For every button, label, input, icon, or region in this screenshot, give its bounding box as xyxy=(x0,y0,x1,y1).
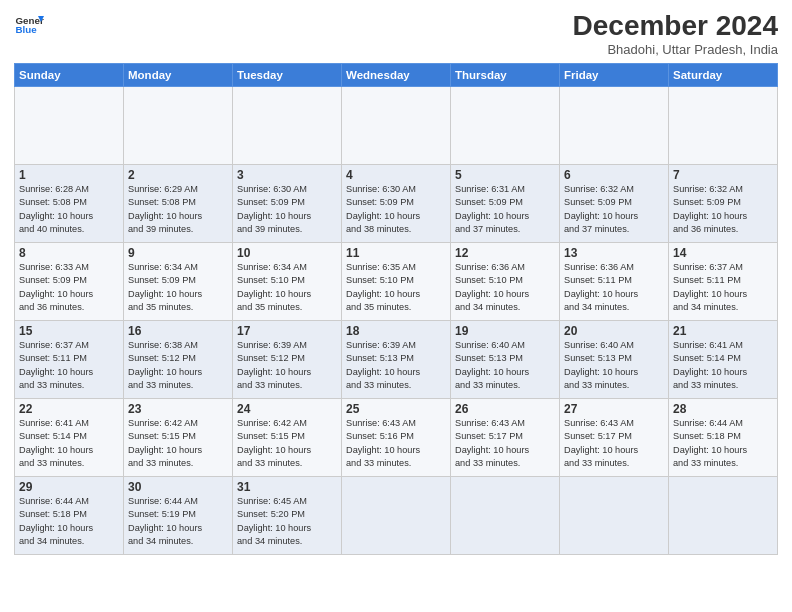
day-cell: 9Sunrise: 6:34 AMSunset: 5:09 PMDaylight… xyxy=(124,243,233,321)
day-number: 13 xyxy=(564,246,664,260)
day-number: 15 xyxy=(19,324,119,338)
day-cell: 18Sunrise: 6:39 AMSunset: 5:13 PMDayligh… xyxy=(342,321,451,399)
day-cell: 14Sunrise: 6:37 AMSunset: 5:11 PMDayligh… xyxy=(669,243,778,321)
week-row-4: 15Sunrise: 6:37 AMSunset: 5:11 PMDayligh… xyxy=(15,321,778,399)
day-info: Sunrise: 6:29 AMSunset: 5:08 PMDaylight:… xyxy=(128,183,228,236)
day-cell: 13Sunrise: 6:36 AMSunset: 5:11 PMDayligh… xyxy=(560,243,669,321)
day-cell: 31Sunrise: 6:45 AMSunset: 5:20 PMDayligh… xyxy=(233,477,342,555)
day-cell: 15Sunrise: 6:37 AMSunset: 5:11 PMDayligh… xyxy=(15,321,124,399)
day-info: Sunrise: 6:31 AMSunset: 5:09 PMDaylight:… xyxy=(455,183,555,236)
day-info: Sunrise: 6:28 AMSunset: 5:08 PMDaylight:… xyxy=(19,183,119,236)
day-info: Sunrise: 6:44 AMSunset: 5:18 PMDaylight:… xyxy=(19,495,119,548)
day-info: Sunrise: 6:40 AMSunset: 5:13 PMDaylight:… xyxy=(564,339,664,392)
day-number: 11 xyxy=(346,246,446,260)
main-title: December 2024 xyxy=(573,10,778,42)
day-info: Sunrise: 6:41 AMSunset: 5:14 PMDaylight:… xyxy=(19,417,119,470)
day-cell: 29Sunrise: 6:44 AMSunset: 5:18 PMDayligh… xyxy=(15,477,124,555)
day-info: Sunrise: 6:44 AMSunset: 5:19 PMDaylight:… xyxy=(128,495,228,548)
day-number: 19 xyxy=(455,324,555,338)
subtitle: Bhadohi, Uttar Pradesh, India xyxy=(573,42,778,57)
day-cell: 10Sunrise: 6:34 AMSunset: 5:10 PMDayligh… xyxy=(233,243,342,321)
day-cell: 22Sunrise: 6:41 AMSunset: 5:14 PMDayligh… xyxy=(15,399,124,477)
day-info: Sunrise: 6:41 AMSunset: 5:14 PMDaylight:… xyxy=(673,339,773,392)
day-cell: 24Sunrise: 6:42 AMSunset: 5:15 PMDayligh… xyxy=(233,399,342,477)
day-number: 27 xyxy=(564,402,664,416)
day-cell: 19Sunrise: 6:40 AMSunset: 5:13 PMDayligh… xyxy=(451,321,560,399)
day-cell xyxy=(560,477,669,555)
day-number: 26 xyxy=(455,402,555,416)
day-number: 17 xyxy=(237,324,337,338)
col-header-friday: Friday xyxy=(560,64,669,87)
day-info: Sunrise: 6:36 AMSunset: 5:11 PMDaylight:… xyxy=(564,261,664,314)
day-cell xyxy=(124,87,233,165)
day-number: 9 xyxy=(128,246,228,260)
day-cell xyxy=(560,87,669,165)
day-cell: 2Sunrise: 6:29 AMSunset: 5:08 PMDaylight… xyxy=(124,165,233,243)
day-cell: 25Sunrise: 6:43 AMSunset: 5:16 PMDayligh… xyxy=(342,399,451,477)
day-number: 8 xyxy=(19,246,119,260)
day-number: 5 xyxy=(455,168,555,182)
day-info: Sunrise: 6:43 AMSunset: 5:16 PMDaylight:… xyxy=(346,417,446,470)
day-cell xyxy=(342,87,451,165)
day-cell: 3Sunrise: 6:30 AMSunset: 5:09 PMDaylight… xyxy=(233,165,342,243)
day-number: 23 xyxy=(128,402,228,416)
day-number: 16 xyxy=(128,324,228,338)
col-header-wednesday: Wednesday xyxy=(342,64,451,87)
day-cell: 26Sunrise: 6:43 AMSunset: 5:17 PMDayligh… xyxy=(451,399,560,477)
day-cell: 12Sunrise: 6:36 AMSunset: 5:10 PMDayligh… xyxy=(451,243,560,321)
header-row: SundayMondayTuesdayWednesdayThursdayFrid… xyxy=(15,64,778,87)
day-info: Sunrise: 6:32 AMSunset: 5:09 PMDaylight:… xyxy=(564,183,664,236)
col-header-saturday: Saturday xyxy=(669,64,778,87)
day-number: 6 xyxy=(564,168,664,182)
day-info: Sunrise: 6:38 AMSunset: 5:12 PMDaylight:… xyxy=(128,339,228,392)
logo-icon: General Blue xyxy=(14,10,44,40)
week-row-2: 1Sunrise: 6:28 AMSunset: 5:08 PMDaylight… xyxy=(15,165,778,243)
day-cell: 5Sunrise: 6:31 AMSunset: 5:09 PMDaylight… xyxy=(451,165,560,243)
day-cell: 21Sunrise: 6:41 AMSunset: 5:14 PMDayligh… xyxy=(669,321,778,399)
day-number: 1 xyxy=(19,168,119,182)
day-number: 24 xyxy=(237,402,337,416)
day-number: 30 xyxy=(128,480,228,494)
day-info: Sunrise: 6:30 AMSunset: 5:09 PMDaylight:… xyxy=(346,183,446,236)
day-number: 2 xyxy=(128,168,228,182)
day-cell xyxy=(451,87,560,165)
day-number: 31 xyxy=(237,480,337,494)
day-info: Sunrise: 6:42 AMSunset: 5:15 PMDaylight:… xyxy=(128,417,228,470)
day-info: Sunrise: 6:40 AMSunset: 5:13 PMDaylight:… xyxy=(455,339,555,392)
day-number: 21 xyxy=(673,324,773,338)
col-header-tuesday: Tuesday xyxy=(233,64,342,87)
day-cell xyxy=(15,87,124,165)
day-info: Sunrise: 6:33 AMSunset: 5:09 PMDaylight:… xyxy=(19,261,119,314)
day-cell: 6Sunrise: 6:32 AMSunset: 5:09 PMDaylight… xyxy=(560,165,669,243)
col-header-thursday: Thursday xyxy=(451,64,560,87)
header: General Blue December 2024 Bhadohi, Utta… xyxy=(14,10,778,57)
col-header-monday: Monday xyxy=(124,64,233,87)
day-info: Sunrise: 6:39 AMSunset: 5:12 PMDaylight:… xyxy=(237,339,337,392)
week-row-1 xyxy=(15,87,778,165)
day-cell xyxy=(669,87,778,165)
week-row-6: 29Sunrise: 6:44 AMSunset: 5:18 PMDayligh… xyxy=(15,477,778,555)
col-header-sunday: Sunday xyxy=(15,64,124,87)
day-cell: 4Sunrise: 6:30 AMSunset: 5:09 PMDaylight… xyxy=(342,165,451,243)
title-area: December 2024 Bhadohi, Uttar Pradesh, In… xyxy=(573,10,778,57)
week-row-3: 8Sunrise: 6:33 AMSunset: 5:09 PMDaylight… xyxy=(15,243,778,321)
day-cell xyxy=(233,87,342,165)
day-number: 22 xyxy=(19,402,119,416)
day-number: 12 xyxy=(455,246,555,260)
day-info: Sunrise: 6:36 AMSunset: 5:10 PMDaylight:… xyxy=(455,261,555,314)
day-cell: 8Sunrise: 6:33 AMSunset: 5:09 PMDaylight… xyxy=(15,243,124,321)
day-info: Sunrise: 6:45 AMSunset: 5:20 PMDaylight:… xyxy=(237,495,337,548)
day-number: 14 xyxy=(673,246,773,260)
day-cell: 16Sunrise: 6:38 AMSunset: 5:12 PMDayligh… xyxy=(124,321,233,399)
week-row-5: 22Sunrise: 6:41 AMSunset: 5:14 PMDayligh… xyxy=(15,399,778,477)
day-number: 29 xyxy=(19,480,119,494)
day-cell: 7Sunrise: 6:32 AMSunset: 5:09 PMDaylight… xyxy=(669,165,778,243)
day-info: Sunrise: 6:43 AMSunset: 5:17 PMDaylight:… xyxy=(564,417,664,470)
day-info: Sunrise: 6:37 AMSunset: 5:11 PMDaylight:… xyxy=(19,339,119,392)
day-number: 7 xyxy=(673,168,773,182)
day-info: Sunrise: 6:34 AMSunset: 5:10 PMDaylight:… xyxy=(237,261,337,314)
day-info: Sunrise: 6:32 AMSunset: 5:09 PMDaylight:… xyxy=(673,183,773,236)
day-info: Sunrise: 6:34 AMSunset: 5:09 PMDaylight:… xyxy=(128,261,228,314)
day-cell: 20Sunrise: 6:40 AMSunset: 5:13 PMDayligh… xyxy=(560,321,669,399)
day-number: 3 xyxy=(237,168,337,182)
